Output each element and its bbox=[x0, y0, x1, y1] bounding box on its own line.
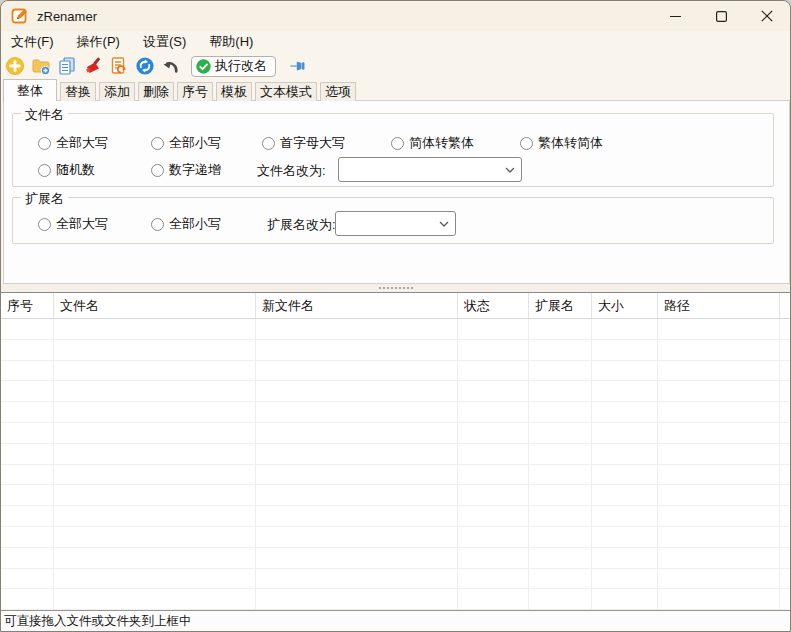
radio-random-number[interactable]: 随机数 bbox=[38, 161, 95, 179]
minimize-icon[interactable] bbox=[652, 1, 698, 31]
check-circle-icon bbox=[196, 59, 211, 74]
radio-extension-uppercase[interactable]: 全部大写 bbox=[38, 215, 108, 233]
table-header: 序号 文件名 新文件名 状态 扩展名 大小 路径 bbox=[1, 293, 790, 319]
statusbar: 可直接拖入文件或文件夹到上框中 bbox=[1, 610, 790, 631]
file-table[interactable]: 序号 文件名 新文件名 状态 扩展名 大小 路径 bbox=[1, 292, 790, 610]
extension-change-to-combobox[interactable] bbox=[335, 211, 456, 236]
radio-filename-capitalize[interactable]: 首字母大写 bbox=[262, 134, 345, 152]
filename-change-to-label: 文件名改为: bbox=[257, 162, 326, 180]
column-header-new-filename[interactable]: 新文件名 bbox=[256, 293, 458, 318]
toolbar: 执行改名 bbox=[1, 53, 790, 79]
extension-groupbox: 扩展名 全部大写 全部小写 扩展名改为: bbox=[12, 197, 774, 244]
titlebar: zRenamer bbox=[1, 1, 790, 31]
chevron-down-icon bbox=[499, 167, 521, 173]
radio-label: 全部大写 bbox=[56, 134, 108, 152]
filename-group-title: 文件名 bbox=[21, 106, 68, 124]
table-row bbox=[1, 381, 790, 402]
chevron-down-icon bbox=[433, 221, 455, 227]
add-files-icon[interactable] bbox=[5, 56, 25, 76]
radio-dot bbox=[262, 137, 275, 150]
tab-options[interactable]: 选项 bbox=[320, 82, 356, 101]
table-row bbox=[1, 319, 790, 340]
table-row bbox=[1, 361, 790, 382]
sync-icon[interactable] bbox=[135, 56, 155, 76]
menu-settings[interactable]: 设置(S) bbox=[135, 31, 194, 53]
file-list-icon[interactable] bbox=[57, 56, 77, 76]
tabpage-whole: 文件名 全部大写 全部小写 首字母大写 简体转繁体 繁体转简体 bbox=[3, 100, 790, 284]
menubar: 文件(F) 操作(P) 设置(S) 帮助(H) bbox=[1, 31, 790, 53]
extension-group-title: 扩展名 bbox=[21, 190, 68, 208]
filename-change-to-combobox[interactable] bbox=[338, 157, 522, 182]
close-icon[interactable] bbox=[744, 1, 790, 31]
add-folder-icon[interactable] bbox=[31, 56, 51, 76]
radio-dot bbox=[520, 137, 533, 150]
radio-extension-lowercase[interactable]: 全部小写 bbox=[151, 215, 221, 233]
table-row bbox=[1, 465, 790, 486]
radio-dot bbox=[38, 164, 51, 177]
tab-add[interactable]: 添加 bbox=[99, 82, 135, 101]
table-row bbox=[1, 402, 790, 423]
execute-rename-button[interactable]: 执行改名 bbox=[191, 56, 276, 77]
radio-label: 全部大写 bbox=[56, 215, 108, 233]
radio-filename-lowercase[interactable]: 全部小写 bbox=[151, 134, 221, 152]
column-header-extension[interactable]: 扩展名 bbox=[529, 293, 592, 318]
tab-template[interactable]: 模板 bbox=[216, 82, 252, 101]
table-row bbox=[1, 340, 790, 361]
refresh-names-icon[interactable] bbox=[109, 56, 129, 76]
table-body[interactable] bbox=[1, 319, 790, 610]
splitter-handle[interactable] bbox=[1, 284, 790, 292]
tabstrip: 整体 替换 添加 删除 序号 模板 文本模式 选项 bbox=[3, 79, 359, 101]
menu-operate[interactable]: 操作(P) bbox=[69, 31, 128, 53]
radio-dot bbox=[38, 218, 51, 231]
splitter-grip-icon bbox=[379, 287, 413, 289]
status-text: 可直接拖入文件或文件夹到上框中 bbox=[1, 613, 192, 630]
app-window: zRenamer 文件(F) 操作(P) 设置(S) 帮助(H) bbox=[0, 0, 791, 632]
undo-icon[interactable] bbox=[161, 56, 181, 76]
tab-delete[interactable]: 删除 bbox=[138, 82, 174, 101]
table-row bbox=[1, 485, 790, 506]
radio-label: 首字母大写 bbox=[280, 134, 345, 152]
column-header-size[interactable]: 大小 bbox=[592, 293, 658, 318]
radio-label: 随机数 bbox=[56, 161, 95, 179]
window-title: zRenamer bbox=[37, 9, 97, 24]
radio-dot bbox=[151, 164, 164, 177]
execute-rename-label: 执行改名 bbox=[215, 57, 267, 75]
clear-list-icon[interactable] bbox=[83, 56, 103, 76]
tab-whole[interactable]: 整体 bbox=[3, 79, 57, 101]
radio-dot bbox=[391, 137, 404, 150]
column-header-path[interactable]: 路径 bbox=[658, 293, 780, 318]
tab-text-mode[interactable]: 文本模式 bbox=[255, 82, 317, 101]
pushpin-icon[interactable] bbox=[286, 56, 308, 76]
radio-simplified-to-traditional[interactable]: 简体转繁体 bbox=[391, 134, 474, 152]
radio-dot bbox=[151, 218, 164, 231]
table-row bbox=[1, 527, 790, 548]
table-row bbox=[1, 548, 790, 569]
tab-number[interactable]: 序号 bbox=[177, 82, 213, 101]
table-row bbox=[1, 589, 790, 610]
radio-label: 数字递增 bbox=[169, 161, 221, 179]
filename-groupbox: 文件名 全部大写 全部小写 首字母大写 简体转繁体 繁体转简体 bbox=[12, 113, 774, 187]
radio-label: 全部小写 bbox=[169, 134, 221, 152]
menu-file[interactable]: 文件(F) bbox=[3, 31, 62, 53]
column-header-index[interactable]: 序号 bbox=[1, 293, 54, 318]
column-header-blank bbox=[780, 293, 790, 318]
table-row bbox=[1, 569, 790, 590]
radio-filename-uppercase[interactable]: 全部大写 bbox=[38, 134, 108, 152]
table-row bbox=[1, 444, 790, 465]
tab-replace[interactable]: 替换 bbox=[60, 82, 96, 101]
menu-help[interactable]: 帮助(H) bbox=[201, 31, 261, 53]
radio-dot bbox=[38, 137, 51, 150]
table-row bbox=[1, 506, 790, 527]
extension-change-to-label: 扩展名改为: bbox=[267, 216, 336, 234]
window-controls bbox=[652, 1, 790, 31]
radio-traditional-to-simplified[interactable]: 繁体转简体 bbox=[520, 134, 603, 152]
radio-number-increment[interactable]: 数字递增 bbox=[151, 161, 221, 179]
column-header-filename[interactable]: 文件名 bbox=[54, 293, 256, 318]
radio-label: 繁体转简体 bbox=[538, 134, 603, 152]
app-pencil-square-icon bbox=[11, 7, 29, 25]
maximize-icon[interactable] bbox=[698, 1, 744, 31]
column-header-status[interactable]: 状态 bbox=[458, 293, 529, 318]
radio-label: 简体转繁体 bbox=[409, 134, 474, 152]
table-row bbox=[1, 423, 790, 444]
radio-label: 全部小写 bbox=[169, 215, 221, 233]
